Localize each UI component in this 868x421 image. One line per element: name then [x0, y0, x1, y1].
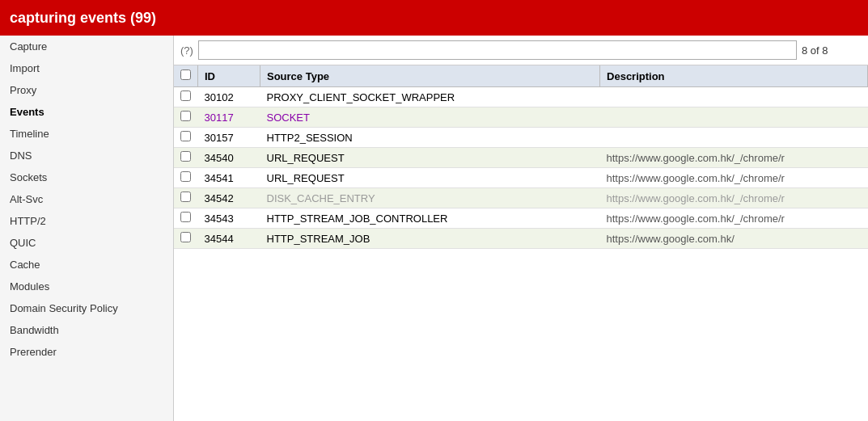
- row-description: [600, 87, 868, 107]
- sidebar: CaptureImportProxyEventsTimelineDNSSocke…: [0, 36, 174, 421]
- sidebar-item-proxy[interactable]: Proxy: [0, 79, 173, 101]
- row-checkbox-cell: [174, 87, 198, 107]
- sidebar-item-quic[interactable]: QUIC: [0, 232, 173, 254]
- row-checkbox[interactable]: [180, 111, 191, 121]
- toolbar: (?) 8 of 8: [174, 36, 868, 65]
- row-checkbox[interactable]: [180, 91, 191, 101]
- row-description: https://www.google.com.hk/_/chrome/r: [600, 188, 868, 208]
- count-label: 8 of 8: [802, 44, 828, 57]
- row-checkbox-cell: [174, 229, 198, 249]
- sidebar-item-cache[interactable]: Cache: [0, 254, 173, 276]
- table-container: ID Source Type Description 30102PROXY_CL…: [174, 65, 868, 421]
- sidebar-item-events[interactable]: Events: [0, 101, 173, 123]
- row-checkbox-cell: [174, 208, 198, 229]
- table-row: 34540URL_REQUESThttps://www.google.com.h…: [174, 148, 868, 168]
- row-checkbox[interactable]: [180, 212, 191, 222]
- table-row: 34544HTTP_STREAM_JOBhttps://www.google.c…: [174, 229, 868, 249]
- sidebar-item-timeline[interactable]: Timeline: [0, 123, 173, 145]
- col-source-type: Source Type: [260, 65, 600, 87]
- table-row: 34542DISK_CACHE_ENTRYhttps://www.google.…: [174, 188, 868, 208]
- row-description: https://www.google.com.hk/_/chrome/r: [600, 208, 868, 229]
- table-body: 30102PROXY_CLIENT_SOCKET_WRAPPER30117SOC…: [174, 87, 868, 249]
- table-row: 34543HTTP_STREAM_JOB_CONTROLLERhttps://w…: [174, 208, 868, 229]
- row-description: https://www.google.com.hk/_/chrome/r: [600, 148, 868, 168]
- sidebar-item-bandwidth[interactable]: Bandwidth: [0, 319, 173, 341]
- col-checkbox: [174, 65, 198, 87]
- table-row: 30117SOCKET: [174, 107, 868, 128]
- row-source-type: HTTP_STREAM_JOB: [260, 229, 600, 249]
- row-checkbox[interactable]: [180, 171, 191, 182]
- row-checkbox-cell: [174, 148, 198, 168]
- row-description: [600, 107, 868, 128]
- header-title: capturing events (99): [10, 10, 156, 27]
- row-id: 34540: [198, 148, 260, 168]
- row-id: 30117: [198, 107, 260, 128]
- row-description: https://www.google.com.hk/: [600, 229, 868, 249]
- table-row: 34541URL_REQUESThttps://www.google.com.h…: [174, 168, 868, 188]
- row-source-type: URL_REQUEST: [260, 168, 600, 188]
- row-description: [600, 128, 868, 148]
- row-source-type: SOCKET: [260, 107, 600, 128]
- row-source-type: DISK_CACHE_ENTRY: [260, 188, 600, 208]
- row-id: 34543: [198, 208, 260, 229]
- main-content: CaptureImportProxyEventsTimelineDNSSocke…: [0, 36, 868, 421]
- row-id: 34544: [198, 229, 260, 249]
- row-checkbox-cell: [174, 107, 198, 128]
- sidebar-item-import[interactable]: Import: [0, 57, 173, 79]
- table-header-row: ID Source Type Description: [174, 65, 868, 87]
- row-source-type: URL_REQUEST: [260, 148, 600, 168]
- row-id: 34541: [198, 168, 260, 188]
- sidebar-item-modules[interactable]: Modules: [0, 276, 173, 297]
- table-row: 30102PROXY_CLIENT_SOCKET_WRAPPER: [174, 87, 868, 107]
- row-checkbox[interactable]: [180, 151, 191, 162]
- sidebar-item-domain-security-policy[interactable]: Domain Security Policy: [0, 297, 173, 319]
- row-id: 30157: [198, 128, 260, 148]
- sidebar-item-prerender[interactable]: Prerender: [0, 341, 173, 363]
- sidebar-item-capture[interactable]: Capture: [0, 36, 173, 57]
- row-checkbox[interactable]: [180, 192, 191, 202]
- row-description: https://www.google.com.hk/_/chrome/r: [600, 168, 868, 188]
- row-source-type: HTTP2_SESSION: [260, 128, 600, 148]
- col-id: ID: [198, 65, 260, 87]
- row-checkbox-cell: [174, 128, 198, 148]
- content-area: (?) 8 of 8 ID Source Type Description 30…: [174, 36, 868, 421]
- sidebar-item-http-2[interactable]: HTTP/2: [0, 210, 173, 232]
- row-checkbox[interactable]: [180, 232, 191, 242]
- row-checkbox-cell: [174, 188, 198, 208]
- sidebar-item-dns[interactable]: DNS: [0, 145, 173, 166]
- table-row: 30157HTTP2_SESSION: [174, 128, 868, 148]
- row-checkbox[interactable]: [180, 131, 191, 141]
- app-header: capturing events (99): [0, 0, 868, 36]
- question-mark-icon[interactable]: (?): [180, 44, 193, 57]
- row-id: 30102: [198, 87, 260, 107]
- col-description: Description: [600, 65, 868, 87]
- sidebar-item-alt-svc[interactable]: Alt-Svc: [0, 188, 173, 210]
- row-source-type: HTTP_STREAM_JOB_CONTROLLER: [260, 208, 600, 229]
- search-input[interactable]: [198, 40, 797, 60]
- select-all-checkbox[interactable]: [180, 69, 191, 80]
- row-id: 34542: [198, 188, 260, 208]
- sidebar-item-sockets[interactable]: Sockets: [0, 166, 173, 188]
- row-checkbox-cell: [174, 168, 198, 188]
- events-table: ID Source Type Description 30102PROXY_CL…: [174, 65, 868, 249]
- row-source-type: PROXY_CLIENT_SOCKET_WRAPPER: [260, 87, 600, 107]
